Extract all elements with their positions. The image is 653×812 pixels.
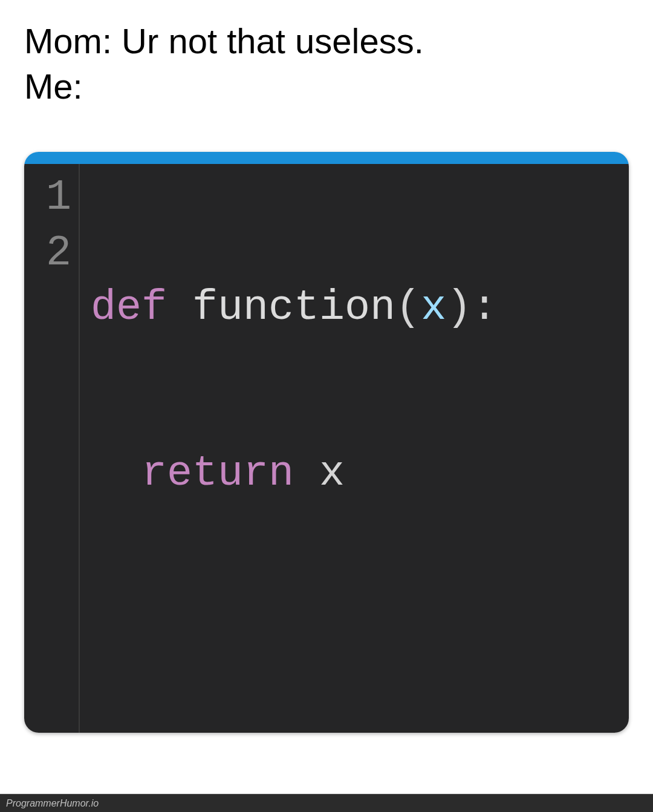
paren-close: ) (446, 280, 472, 335)
caption-line-2: Me: (24, 64, 629, 109)
code-editor-window: 1 2 def function(x): return x (24, 152, 629, 733)
watermark-footer: ProgrammerHumor.io (0, 794, 653, 812)
caption-line-1: Mom: Ur not that useless. (24, 18, 629, 64)
variable: x (319, 446, 345, 501)
line-number: 1 (24, 170, 79, 226)
editor-body: 1 2 def function(x): return x (24, 164, 629, 733)
meme-caption: Mom: Ur not that useless. Me: (0, 0, 653, 116)
code-area: def function(x): return x (80, 164, 497, 733)
paren-open: ( (395, 280, 421, 335)
keyword-return: return (141, 446, 294, 501)
code-line-2: return x (91, 446, 497, 502)
function-name: function (192, 280, 395, 335)
line-number-gutter: 1 2 (24, 164, 80, 733)
keyword-def: def (91, 280, 167, 335)
code-line-1: def function(x): (91, 280, 497, 336)
parameter: x (421, 280, 446, 335)
editor-titlebar (24, 152, 629, 164)
line-number: 2 (24, 226, 79, 281)
watermark-text: ProgrammerHumor.io (6, 798, 99, 809)
colon: : (472, 280, 497, 335)
